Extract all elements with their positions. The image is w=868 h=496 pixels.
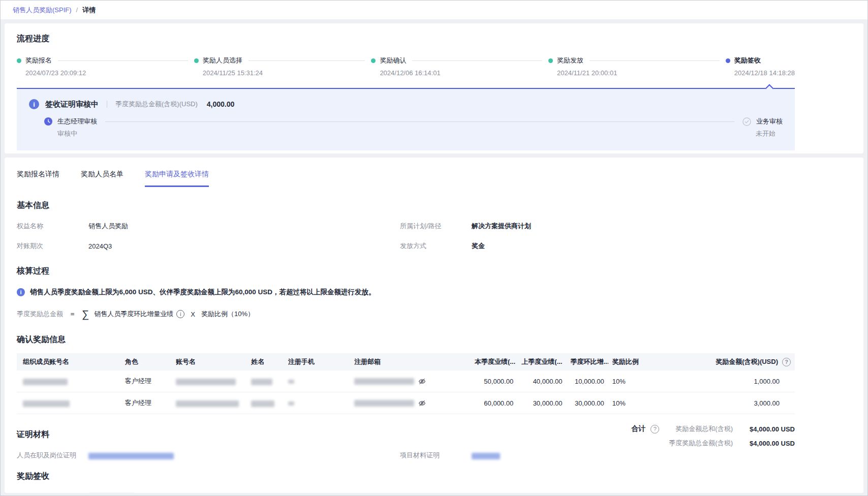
column-header: 本季度业绩(... xyxy=(471,353,517,370)
approval-current-status: 审核中 xyxy=(57,129,97,138)
step-timestamp: 2024/07/23 20:09:12 xyxy=(25,69,194,77)
redacted-text xyxy=(176,379,236,385)
field-value: 2024Q3 xyxy=(88,242,112,250)
field-row: 所属计划/路径解决方案提供商计划 xyxy=(400,222,795,231)
tab-bar: 奖励报名详情奖励人员名单奖励申请及签收详情 xyxy=(17,170,795,187)
redacted-text xyxy=(354,400,414,407)
account-name-cell xyxy=(172,370,247,392)
field-label: 奖励签收证明 xyxy=(17,492,88,493)
signoff-review-panel: 签收证明审核中 季度奖励总金额(含税)(USD) 4,000.00 生态经理审核… xyxy=(17,88,795,150)
step-connector xyxy=(249,60,365,61)
basic-info-fields: 权益名称销售人员奖励所属计划/路径解决方案提供商计划对账期次2024Q3发放方式… xyxy=(17,211,795,251)
column-header: 注册邮箱 xyxy=(350,353,471,370)
column-header: 上季度业绩(... xyxy=(517,353,566,370)
ratio-cell: 10% xyxy=(608,392,650,414)
field-value xyxy=(88,451,174,459)
redacted-text xyxy=(251,379,272,385)
total-label: 合计 xyxy=(631,424,645,433)
name-cell xyxy=(247,370,284,392)
formula-rate: 奖励比例（10%） xyxy=(201,309,254,319)
step-dot xyxy=(17,58,21,63)
formula-operand: 销售人员季度环比增量业绩 xyxy=(94,309,173,319)
column-header: 奖励金额(含税)(USD) xyxy=(650,353,795,370)
redacted-attachment-link[interactable] xyxy=(88,453,174,459)
step-timestamp: 2024/12/18 14:18:28 xyxy=(734,69,795,77)
tab-2[interactable]: 奖励人员名单 xyxy=(81,170,123,187)
redacted-text xyxy=(176,400,239,407)
redacted-text xyxy=(251,400,274,407)
current-quarter-cell: 50,000.00 xyxy=(471,370,517,392)
process-step-1: 奖励报名2024/07/23 20:09:12 xyxy=(17,56,194,77)
process-step-4: 奖励发放2024/11/21 20:00:01 xyxy=(548,56,726,77)
reward-sum-label: 奖励金额总和(含税) xyxy=(675,424,733,433)
tab-3[interactable]: 奖励申请及签收详情 xyxy=(145,170,209,187)
amount-cell: 1,000.00 xyxy=(650,370,795,392)
process-step-3: 奖励确认2024/12/06 16:14:01 xyxy=(371,56,548,77)
step-timestamp: 2024/12/06 16:14:01 xyxy=(380,69,548,77)
account-name-cell xyxy=(172,392,247,414)
amount-cell: 3,000.00 xyxy=(650,392,795,414)
quarter-sum-value: $4,000.00 USD xyxy=(740,440,795,447)
field-row: 发放方式奖金 xyxy=(400,241,795,251)
table-header-row: 组织成员账号名角色账号名姓名注册手机注册邮箱本季度业绩(...上季度业绩(...… xyxy=(17,353,795,370)
member-account-cell xyxy=(17,392,121,414)
role-cell: 客户经理 xyxy=(121,392,172,414)
quarter-sum-label: 季度奖励总金额(含税) xyxy=(669,439,733,448)
total-help-icon[interactable] xyxy=(650,425,659,433)
step-label: 奖励报名 xyxy=(25,56,52,65)
field-label: 项目材料证明 xyxy=(400,451,472,460)
status-info-icon xyxy=(29,99,39,109)
eye-off-icon[interactable] xyxy=(418,378,426,385)
note-info-icon xyxy=(17,288,25,296)
calculation-title: 核算过程 xyxy=(17,266,795,276)
quarter-total-value: 4,000.00 xyxy=(207,100,235,108)
email-cell xyxy=(350,370,471,392)
column-header: 季度环比增... xyxy=(566,353,608,370)
table-row: 客户经理50,000.0040,000.0010,000.0010%1,000.… xyxy=(17,370,795,392)
field-value: 奖金 xyxy=(472,241,485,251)
page-title: 详情 xyxy=(82,6,96,15)
current-quarter-cell: 60,000.00 xyxy=(471,392,517,414)
formula-info-icon[interactable] xyxy=(176,310,184,318)
column-header: 注册手机 xyxy=(284,353,350,370)
step-label: 奖励确认 xyxy=(380,56,406,65)
previous-quarter-cell: 40,000.00 xyxy=(517,370,566,392)
ratio-cell: 10% xyxy=(608,370,650,392)
email-cell xyxy=(350,392,471,414)
clock-icon xyxy=(44,117,52,126)
field-label: 人员在职及岗位证明 xyxy=(17,451,88,460)
reward-table-title: 确认奖励信息 xyxy=(17,334,795,345)
name-cell xyxy=(247,392,284,414)
approval-connector-line xyxy=(105,121,734,122)
step-connector xyxy=(58,60,188,61)
field-row: 对账期次2024Q3 xyxy=(17,241,400,251)
eye-off-icon[interactable] xyxy=(418,399,426,407)
divider xyxy=(107,101,107,108)
field-value xyxy=(472,451,500,459)
redacted-attachment-link[interactable] xyxy=(472,453,500,459)
previous-quarter-cell: 30,000.00 xyxy=(517,392,566,414)
amount-help-icon[interactable] xyxy=(782,358,791,366)
field-label: 权益名称 xyxy=(17,222,88,231)
tab-1[interactable]: 奖励报名详情 xyxy=(17,170,59,187)
note-text: 销售人员季度奖励金额上限为6,000 USD、伙伴季度奖励金额上限为60,000… xyxy=(30,288,376,297)
column-header: 账号名 xyxy=(172,353,247,370)
spif-detail-page: 销售人员奖励(SPIF) / 详情 流程进度 奖励报名2024/07/23 20… xyxy=(0,0,868,496)
process-step-5: 奖励签收2024/12/18 14:18:28 xyxy=(726,56,795,77)
formula-result-label: 季度奖励总金额 xyxy=(17,309,63,319)
approval-current-label: 生态经理审核 xyxy=(57,117,97,126)
signoff-fields: 奖励签收证明 xyxy=(17,482,795,493)
field-label: 发放方式 xyxy=(400,241,472,251)
phone-cell xyxy=(284,370,350,392)
redacted-text xyxy=(288,401,294,406)
qoq-increase-cell: 30,000.00 xyxy=(566,392,608,414)
formula-multiply: X xyxy=(191,311,195,318)
process-step-2: 奖励人员选择2024/11/25 15:31:24 xyxy=(194,56,371,77)
step-timestamp: 2024/11/21 20:00:01 xyxy=(557,69,726,77)
field-label: 所属计划/路径 xyxy=(400,222,472,231)
approval-next-status: 未开始 xyxy=(756,129,783,138)
column-header: 奖励比例 xyxy=(608,353,650,370)
step-dot xyxy=(194,58,199,63)
breadcrumb-parent-link[interactable]: 销售人员奖励(SPIF) xyxy=(13,6,72,15)
redacted-text xyxy=(23,400,70,407)
